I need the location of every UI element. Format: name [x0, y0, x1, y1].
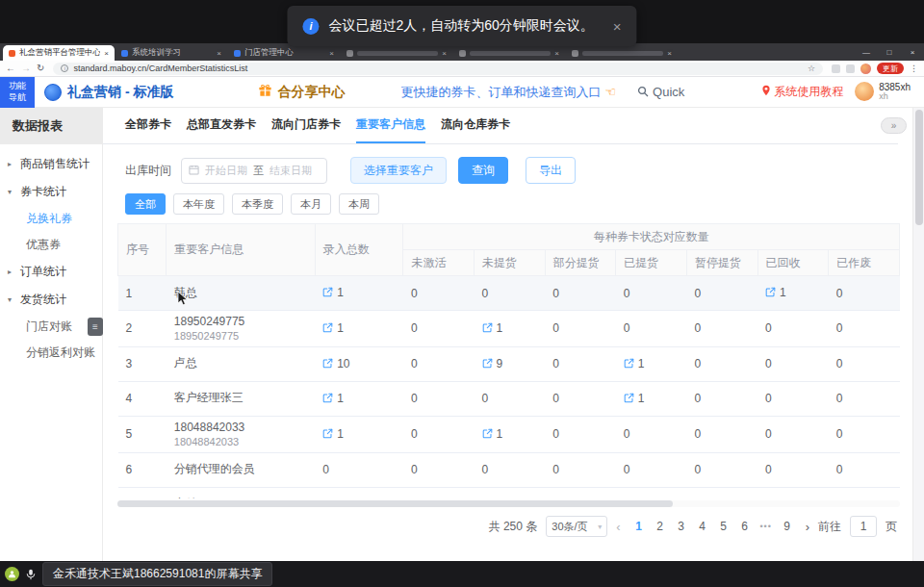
count-link[interactable]: 9: [482, 357, 503, 370]
panel-collapse-button[interactable]: »: [881, 117, 907, 134]
quick-filter-button[interactable]: 本季度: [232, 193, 283, 215]
table-viewport: 序号重要客户信息录入总数每种券卡状态对应数量未激活未提货部分提货已提货暂停提货已…: [117, 223, 900, 498]
quick-filter-button[interactable]: 本年度: [173, 193, 224, 215]
quick-filter-button[interactable]: 全部: [125, 193, 166, 215]
date-range-picker[interactable]: 开始日期 至 结束日期: [181, 158, 327, 184]
browser-update-button[interactable]: 更新: [877, 63, 904, 74]
count-link[interactable]: 1: [322, 427, 344, 441]
goto-page-input[interactable]: [850, 516, 877, 537]
browser-tab[interactable]: 礼盒营销平台管理中心×: [3, 45, 115, 61]
count-link[interactable]: 1: [624, 357, 645, 370]
window-close-button[interactable]: ×: [901, 43, 924, 61]
bookmark-star-icon[interactable]: ☆: [808, 64, 815, 73]
page-number[interactable]: 2: [651, 517, 670, 536]
tab-close-icon[interactable]: ×: [554, 49, 559, 58]
window-maximize-button[interactable]: □: [878, 43, 901, 61]
content-tab[interactable]: 流向门店券卡: [271, 116, 341, 143]
table-row[interactable]: 6分销代理的会员00000000: [118, 452, 900, 487]
next-page-icon[interactable]: ›: [806, 520, 809, 534]
tab-close-icon[interactable]: ×: [217, 49, 221, 58]
select-customer-button[interactable]: 选择重要客户: [350, 157, 447, 184]
window-minimize-button[interactable]: —: [855, 43, 878, 61]
sidebar-collapse-handle[interactable]: ≡: [88, 318, 103, 336]
table-row[interactable]: 7唐总2001801000: [118, 487, 900, 498]
count-link[interactable]: 1: [482, 321, 503, 335]
page-number[interactable]: 1: [629, 517, 649, 536]
content-tab[interactable]: 重要客户信息: [356, 116, 425, 143]
sidebar-group-item[interactable]: ▾发货统计: [0, 286, 102, 314]
page-size-select[interactable]: 30条/页 ▾: [546, 516, 607, 537]
count-link[interactable]: 1: [322, 392, 344, 405]
user-menu[interactable]: 8385xh xh: [855, 82, 911, 102]
sidebar-group-item[interactable]: ▾券卡统计: [0, 178, 102, 206]
search-button[interactable]: 查询: [458, 157, 508, 184]
sidebar-group-item[interactable]: ▸商品销售统计: [0, 150, 102, 178]
page-number[interactable]: 4: [693, 517, 712, 536]
browser-menu-icon[interactable]: ⋮: [910, 64, 918, 73]
site-info-icon[interactable]: i: [61, 64, 68, 72]
count-cell: 0: [686, 311, 757, 347]
sidebar-sub-item[interactable]: 分销返利对账: [0, 340, 102, 366]
forward-icon[interactable]: →: [21, 64, 31, 73]
browser-profile-avatar[interactable]: [860, 64, 871, 74]
tab-title: 礼盒营销平台管理中心: [19, 47, 100, 59]
tab-close-icon[interactable]: ×: [442, 49, 447, 58]
extension-icon[interactable]: [832, 64, 840, 73]
refresh-icon[interactable]: ↻: [37, 64, 44, 73]
count-number: 0: [694, 427, 701, 441]
sidebar-sub-item[interactable]: 优惠券: [0, 232, 102, 258]
browser-tab[interactable]: ×: [453, 45, 565, 61]
content-tab[interactable]: 全部券卡: [125, 116, 171, 143]
browser-tab[interactable]: 系统培训学习×: [116, 45, 227, 61]
quick-filters: 全部本年度本季度本月本周: [125, 193, 912, 215]
count-value: 0: [765, 357, 772, 370]
page-number[interactable]: 5: [714, 517, 733, 536]
share-center-link[interactable]: 合分享中心: [258, 83, 345, 101]
toast-close-icon[interactable]: ×: [613, 18, 622, 35]
browser-tab[interactable]: ×: [341, 45, 452, 61]
count-number: 0: [694, 498, 701, 498]
count-link[interactable]: 1: [624, 498, 645, 498]
sidebar-group-item[interactable]: ▸订单统计: [0, 258, 102, 286]
customer-phone: 18048842033: [174, 436, 307, 447]
page-number[interactable]: 6: [735, 517, 755, 536]
extension-icon[interactable]: [846, 64, 855, 73]
quick-search-button[interactable]: Quick: [637, 84, 684, 101]
tab-close-icon[interactable]: ×: [104, 49, 109, 58]
prev-page-icon[interactable]: ‹: [616, 520, 620, 534]
tab-close-icon[interactable]: ×: [667, 49, 672, 58]
count-link[interactable]: 1: [322, 321, 344, 335]
vertical-scrollbar: [912, 108, 924, 561]
quick-filter-button[interactable]: 本周: [339, 193, 379, 215]
count-link[interactable]: 18: [482, 498, 509, 498]
address-bar[interactable]: i standard.maboy.cn/CardMemberStatistics…: [53, 63, 823, 75]
count-link[interactable]: 1: [624, 392, 645, 405]
horizontal-scrollbar-thumb[interactable]: [117, 500, 673, 507]
table-row[interactable]: 4客户经理张三10001000: [118, 381, 900, 416]
vertical-scrollbar-thumb[interactable]: [915, 110, 923, 225]
table-row[interactable]: 2189502497751895024977510100000: [118, 311, 900, 347]
count-link[interactable]: 1: [482, 427, 503, 441]
content-tab[interactable]: 流向仓库券卡: [441, 116, 510, 143]
tab-close-icon[interactable]: ×: [329, 49, 334, 58]
tutorial-link[interactable]: 系统使用教程: [761, 84, 843, 100]
count-link[interactable]: 20: [322, 498, 349, 498]
back-icon[interactable]: ←: [6, 64, 15, 73]
table-row[interactable]: 5180488420331804884203310100000: [118, 416, 900, 452]
count-link[interactable]: 10: [322, 357, 349, 370]
count-link[interactable]: 1: [765, 286, 786, 299]
browser-tab[interactable]: 门店管理中心×: [228, 45, 340, 61]
column-header: 已回收: [757, 250, 829, 276]
content-tab[interactable]: 总部直发券卡: [187, 116, 256, 143]
nav-toggle-button[interactable]: 功能 导航: [0, 77, 35, 108]
sidebar-sub-item[interactable]: 兑换礼券: [0, 206, 102, 232]
table-row[interactable]: 1韩总10000010: [118, 276, 900, 311]
quick-filter-button[interactable]: 本月: [291, 193, 331, 215]
page-number[interactable]: 3: [672, 517, 691, 536]
export-button[interactable]: 导出: [526, 157, 576, 184]
count-link[interactable]: 1: [322, 286, 344, 299]
page-number[interactable]: 9: [778, 517, 797, 536]
browser-tab[interactable]: ×: [566, 45, 678, 61]
table-row[interactable]: 3卢总100901000: [118, 346, 900, 381]
brand: 礼盒营销 - 标准版: [44, 84, 173, 101]
